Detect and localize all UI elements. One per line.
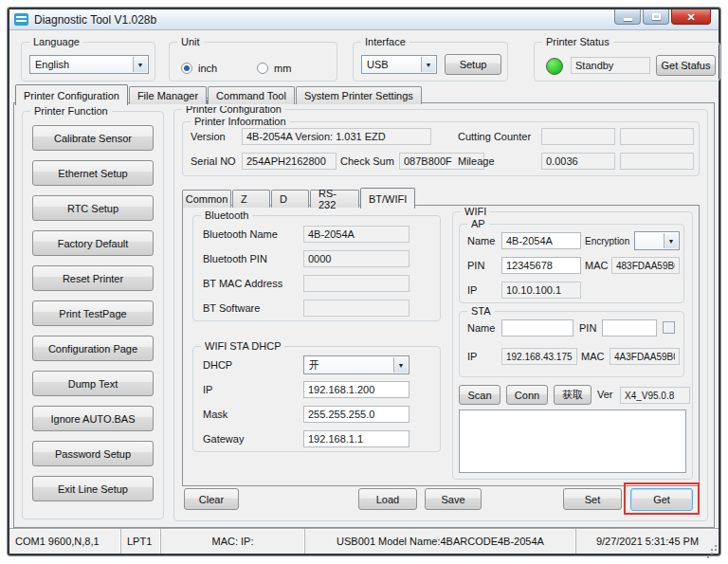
ap-name-label: Name [467,232,495,249]
get-status-button[interactable]: Get Stafus [656,55,716,76]
rtc-setup-button[interactable]: RTC Setup [32,195,154,221]
status-bar: COM1 9600,N,8,1 LPT1 MAC: IP: USB001 Mod… [9,528,719,554]
sta-mac-field[interactable] [610,348,680,365]
unit-mm-radio[interactable] [257,63,268,74]
tab-system-printer-settings[interactable]: System Printer Settings [296,86,422,104]
bt-wifi-panel: Bluetooth Bluetooth Name Bluetooth PIN B… [182,205,700,486]
sta-mac-label: MAC [581,348,604,365]
title-bar[interactable]: Diagnostic Tool V1.028b ✕ [9,9,719,30]
sta-name-field[interactable] [501,319,573,337]
ver-label: Ver [597,386,613,403]
serial-no-label: Serial NO [191,153,236,170]
scan-button[interactable]: Scan [459,385,500,405]
exit-line-setup-button[interactable]: Exit Line Setup [32,476,154,501]
interface-value: USB [367,59,389,70]
sta-name-label: Name [467,319,495,337]
save-button[interactable]: Save [425,488,482,510]
ap-ip-label: IP [467,282,477,299]
reset-printer-button[interactable]: Reset Printer [32,265,154,291]
bluetooth-pin-label: Bluetooth PIN [203,250,267,267]
ap-name-field[interactable] [501,232,581,249]
status-led-icon [546,58,563,75]
serial-no-field[interactable] [242,153,337,170]
chevron-down-icon: ▼ [393,357,408,373]
ap-mac-label: MAC [585,257,608,274]
tab-rs232[interactable]: RS-232 [310,190,359,208]
obtain-button[interactable]: 获取 [554,385,592,405]
setup-button[interactable]: Setup [445,54,501,75]
version-label: Version [191,128,226,145]
password-setup-button[interactable]: Password Setup [32,441,154,466]
load-button[interactable]: Load [358,488,417,510]
bt-software-field[interactable] [303,300,410,317]
dhcp-select[interactable]: 开 ▼ [303,355,410,374]
statusbar-com-port: COM1 9600,N,8,1 [9,529,121,554]
bt-mac-address-label: BT MAC Address [203,275,282,292]
sta-pin-label: PIN [579,319,596,337]
clear-button[interactable]: Clear [184,488,239,510]
cutting-counter-field-2[interactable] [620,128,694,145]
settings-tab-strip: Common Z D RS-232 BT/WIFI [182,188,416,208]
interface-select[interactable]: USB ▼ [361,55,437,74]
interface-group: Interface USB ▼ Setup [353,42,508,82]
mileage-field[interactable] [541,153,615,170]
language-group: Language English ▼ [21,42,155,82]
configuration-page-button[interactable]: Configuration Page [32,336,154,361]
version-field[interactable] [242,128,431,145]
tab-command-tool[interactable]: Command Tool [208,86,295,104]
wifi-group: WIFI AP Name Encryption ▼ PIN MAC [452,211,693,480]
conn-button[interactable]: Conn [506,385,548,405]
bt-software-label: BT Software [203,300,260,317]
maximize-button[interactable] [643,9,669,25]
gateway-field[interactable] [303,430,410,447]
printer-status-field[interactable] [571,57,650,74]
sta-ip-field[interactable] [501,348,577,365]
language-select[interactable]: English ▼ [29,55,149,74]
mileage-field-2[interactable] [620,153,694,170]
get-button-highlight-box: Get [624,482,700,515]
cutting-counter-field[interactable] [541,128,615,145]
bluetooth-pin-field[interactable] [303,250,410,267]
action-buttons-row: Clear Load Save Set Get [182,482,700,515]
minimize-button[interactable] [614,9,641,25]
window-title: Diagnostic Tool V1.028b [34,13,156,27]
calibrate-sensor-button[interactable]: Calibrate Sensor [32,125,154,151]
ver-field[interactable] [620,387,690,404]
factory-default-button[interactable]: Factory Default [32,230,154,256]
get-button[interactable]: Get [630,488,693,511]
ap-ip-field[interactable] [501,282,581,299]
unit-inch-radio[interactable] [181,63,192,74]
sta-pin-checkbox[interactable] [663,321,675,334]
printer-configuration-page: 4B-2054A Version: 1.031 EZD Printer Func… [13,102,715,528]
statusbar-mac-ip: MAC: IP: [161,529,305,554]
printer-function-label: Printer Function [30,105,112,117]
bt-mac-address-field[interactable] [303,275,410,292]
unit-group: Unit inch mm [169,42,337,82]
resize-grip-icon[interactable] [708,542,717,551]
ap-mac-field[interactable] [611,257,680,274]
close-button[interactable]: ✕ [671,9,711,25]
tab-printer-configuration[interactable]: Printer Configuration [15,84,128,105]
print-testpage-button[interactable]: Print TestPage [32,300,154,326]
tab-common[interactable]: Common [182,190,231,208]
dhcp-ip-field[interactable] [303,381,410,398]
ethernet-setup-button[interactable]: Ethernet Setup [32,160,154,186]
statusbar-datetime: 9/27/2021 5:31:45 PM [576,529,719,554]
mask-field[interactable] [303,406,410,423]
dump-text-button[interactable]: Dump Text [32,371,154,396]
app-window: Diagnostic Tool V1.028b ✕ Language Engli… [8,8,720,555]
set-button[interactable]: Set [563,488,622,510]
printer-information-label: Printer Infoormation [191,116,290,127]
bluetooth-name-field[interactable] [303,226,410,243]
ap-pin-field[interactable] [501,257,581,274]
tab-z[interactable]: Z [232,190,270,208]
wifi-scan-list[interactable] [459,409,686,473]
ignore-autobas-button[interactable]: Ignore AUTO.BAS [32,406,154,431]
cutting-counter-label: Cutting Counter [458,128,531,145]
sta-pin-field[interactable] [602,319,657,337]
tab-bt-wifi[interactable]: BT/WIFI [360,188,415,209]
encryption-select[interactable]: ▼ [634,231,680,250]
tab-file-manager[interactable]: File Manager [129,86,207,104]
language-value: English [35,59,69,70]
tab-d[interactable]: D [271,190,309,208]
